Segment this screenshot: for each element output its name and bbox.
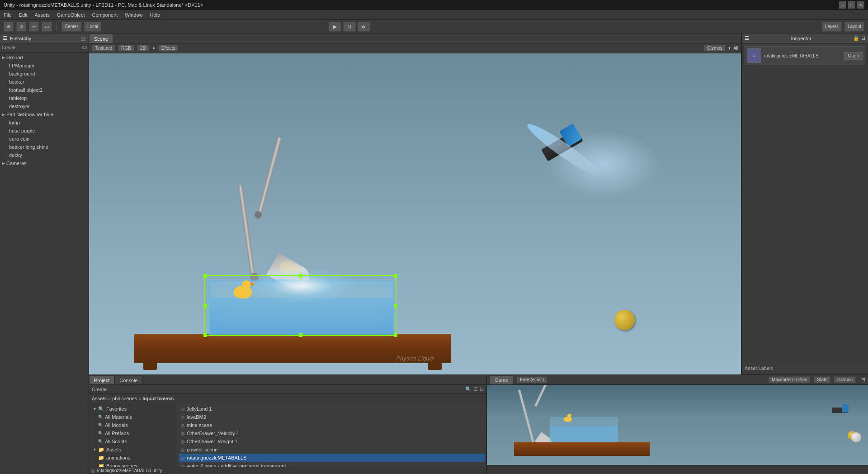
path-liquid-tweaks[interactable]: liquid tweaks: [142, 396, 174, 401]
scene-view[interactable]: € Physics Liquid: [89, 53, 741, 374]
pivot-button[interactable]: Center: [61, 22, 81, 32]
inspector-collapse-icon[interactable]: ⊟: [861, 35, 865, 41]
layers-button[interactable]: Layers: [822, 22, 842, 32]
play-button[interactable]: ▶: [329, 22, 341, 32]
game-view[interactable]: [487, 385, 868, 465]
maximize-play-button[interactable]: Maximize on Play: [769, 376, 810, 383]
transform-move-button[interactable]: ⊕: [4, 22, 14, 32]
hier-item-hose-purple[interactable]: hose purple: [0, 127, 89, 135]
hier-item-football[interactable]: football object2: [0, 86, 89, 94]
transform-rect-button[interactable]: ▭: [42, 22, 52, 32]
hier-label-ducky: ducky: [9, 152, 22, 158]
maximize-button[interactable]: □: [848, 1, 855, 9]
project-create-label[interactable]: Create: [92, 387, 107, 392]
transform-rotate-button[interactable]: ↺: [16, 22, 26, 32]
2d-button[interactable]: 2D: [137, 45, 149, 52]
project-toolbar-icon2[interactable]: ⊟: [480, 386, 484, 392]
menu-assets[interactable]: Assets: [35, 12, 50, 18]
menu-help[interactable]: Help: [150, 12, 160, 18]
asset-label-vel: OtherDrawer_Velocity 1: [187, 431, 239, 436]
asset-other-velocity[interactable]: ◎ OtherDrawer_Velocity 1: [179, 429, 485, 437]
hier-item-background[interactable]: background: [0, 70, 89, 78]
hier-item-ground[interactable]: ▶ Ground: [0, 53, 89, 62]
tree-all-models[interactable]: 🔍 All Models: [89, 421, 177, 429]
arrow-favorites: ▼: [93, 407, 97, 411]
tree-assets[interactable]: ▼ 📁 Assets: [89, 446, 177, 454]
hier-item-beaker[interactable]: beaker: [0, 78, 89, 86]
hier-item-tabletop[interactable]: tabletop: [0, 94, 89, 102]
menu-window[interactable]: Window: [125, 12, 142, 18]
close-button[interactable]: ✕: [857, 1, 864, 9]
asset-powder-scene[interactable]: ◎ powder scene: [179, 446, 485, 454]
free-aspect-button[interactable]: Free Aspect: [517, 376, 547, 383]
tree-all-scripts[interactable]: 🔍 All Scripts: [89, 437, 177, 446]
transform-scale-button[interactable]: ⇔: [29, 22, 39, 32]
game-panel-collapse[interactable]: ⊟: [861, 377, 865, 383]
minimize-button[interactable]: ─: [839, 1, 846, 9]
open-button[interactable]: Open: [844, 52, 863, 60]
project-tree: ▼ 🔍 Favorites 🔍 All Materials 🔍 All Mode…: [89, 403, 177, 467]
menu-edit[interactable]: Edit: [19, 12, 28, 18]
gizmos-button[interactable]: Gizmos: [704, 45, 726, 52]
hier-item-cameras[interactable]: ▶ Cameras: [0, 159, 89, 167]
asset-labels-section: Asset Labels: [742, 361, 868, 374]
tree-favorites[interactable]: ▼ 🔍 Favorites: [89, 405, 177, 413]
asset-label-lava: lavaBM2: [187, 414, 206, 420]
project-tab[interactable]: Project: [89, 375, 114, 384]
step-button[interactable]: ⏭: [358, 22, 370, 32]
hier-item-lamp[interactable]: lamp: [0, 118, 89, 127]
asset-icon-rotating: ◎: [181, 455, 185, 460]
asset-labels-title: Asset Labels: [745, 365, 773, 371]
title-bar: Unity - rotatingnozzleMETABALLS.unity - …: [0, 0, 868, 10]
window-controls: ─ □ ✕: [839, 1, 864, 9]
asset-rotating-nozzle[interactable]: ◎ rotatingnozzleMETABALLS: [179, 454, 485, 462]
path-phil-scenes[interactable]: phil scenes: [112, 396, 137, 401]
hier-item-destroyor[interactable]: destroyor: [0, 102, 89, 110]
hier-label-football: football object2: [9, 87, 42, 93]
tree-label-all-models: All Models: [105, 422, 128, 428]
tree-all-materials[interactable]: 🔍 All Materials: [89, 413, 177, 421]
stats-button[interactable]: Stats: [814, 376, 830, 383]
footer-file-icon: ◎: [91, 468, 95, 473]
effects-button[interactable]: Effects: [158, 45, 178, 52]
menu-component[interactable]: Component: [92, 12, 118, 18]
menu-gameobject[interactable]: GameObject: [57, 12, 85, 18]
hier-item-lpmanager[interactable]: LPManager: [0, 62, 89, 70]
rgb-button[interactable]: RGB: [118, 45, 134, 52]
asset-water-types[interactable]: ◎ water 2 types - additive and semi tran…: [179, 462, 485, 467]
gizmos-dropdown-icon[interactable]: ▾: [728, 46, 731, 51]
pause-button[interactable]: ⏸: [343, 22, 356, 32]
console-tab[interactable]: Console: [114, 375, 142, 384]
asset-other-weight[interactable]: ◎ OtherDrawer_Weight 1: [179, 437, 485, 446]
hierarchy-collapse-icon[interactable]: ⊟: [80, 35, 86, 42]
toolbar-right: Layers Layout: [822, 22, 864, 32]
inspector-lock-icon[interactable]: 🔒: [853, 35, 859, 41]
hier-label-particlespawner: ParticleSpawner blue: [6, 112, 53, 117]
console-tab-label: Console: [119, 378, 137, 383]
game-panel: Game Free Aspect Maximize on Play Stats …: [487, 375, 868, 474]
menu-file[interactable]: File: [4, 12, 12, 18]
filter-icon[interactable]: ☰: [473, 386, 478, 392]
tree-animations[interactable]: 📁 animations: [89, 454, 177, 462]
space-button[interactable]: Local: [84, 22, 101, 32]
tree-all-prefabs[interactable]: 🔍 All Prefabs: [89, 429, 177, 437]
layout-button[interactable]: Layout: [844, 22, 864, 32]
toolbar-separator-1: [57, 22, 57, 31]
scene-panel: Scene Textured RGB 2D ✦ Effects Gizmos ▾…: [89, 33, 741, 374]
path-assets[interactable]: Assets: [92, 396, 107, 401]
asset-lavaBM2[interactable]: ◎ lavaBM2: [179, 413, 485, 421]
hier-item-particlespawner[interactable]: ▶ ParticleSpawner blue: [0, 110, 89, 118]
folder-icon-materials: 🔍: [98, 415, 103, 419]
tree-brians-scenes[interactable]: 📁 Brians scenes: [89, 462, 177, 467]
hierarchy-create-label[interactable]: Create: [2, 45, 15, 50]
hier-item-ducky[interactable]: ducky: [0, 151, 89, 159]
game-tab[interactable]: Game: [490, 375, 513, 384]
scene-tab[interactable]: Scene: [89, 34, 113, 43]
hier-item-euro-coin[interactable]: euro coin: [0, 135, 89, 143]
game-gizmos-button[interactable]: Gizmos: [834, 376, 856, 383]
project-tabs: Project Console: [89, 375, 486, 385]
asset-jellyLand[interactable]: ◎ JellyLand 1: [179, 405, 485, 413]
textured-button[interactable]: Textured: [92, 45, 115, 52]
asset-mine-scene[interactable]: ◎ mine scene: [179, 421, 485, 429]
hier-item-beaker-long[interactable]: beaker long shine: [0, 143, 89, 151]
